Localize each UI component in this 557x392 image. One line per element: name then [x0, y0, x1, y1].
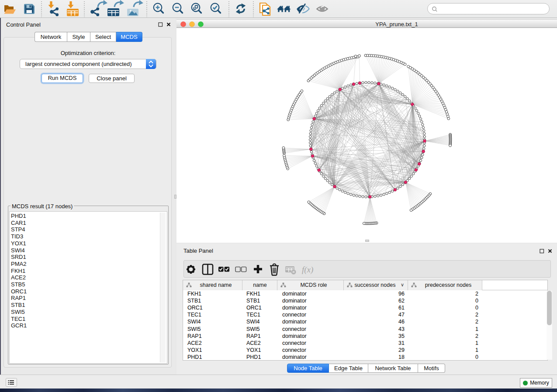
svg-text:f(x): f(x) [302, 265, 313, 275]
